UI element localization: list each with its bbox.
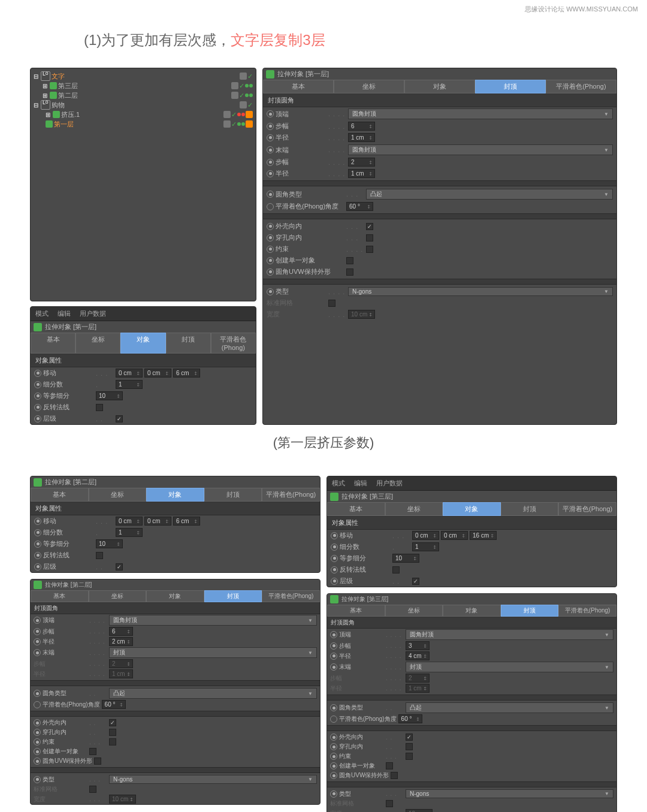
expand-icon[interactable]: ⊟ — [34, 73, 40, 80]
check-icon: ✓ — [239, 82, 244, 90]
flip-checkbox[interactable] — [96, 404, 103, 411]
mode-bar: 模式编辑用户数据 — [31, 307, 256, 321]
radius-end-input[interactable]: 1 cm‡ — [348, 169, 375, 178]
tree-row[interactable]: ⊟ 购物 ✓ — [31, 100, 256, 110]
move-y-input[interactable]: 0 cm‡ — [144, 369, 171, 378]
tab-coord[interactable]: 坐标 — [75, 333, 120, 354]
phong-angle-input[interactable]: 60 °‡ — [346, 202, 373, 211]
attribute-panel-layer2-object: 拉伸对象 [第二层] 基本坐标 对象封顶平滑着色(Phong) 对象属性 移动.… — [30, 476, 321, 573]
phong-tag-icon[interactable] — [246, 111, 253, 118]
hier-checkbox[interactable] — [116, 415, 123, 422]
attribute-panel-layer3-object: 模式编辑用户数据 拉伸对象 [第三层] 基本坐标 对象封顶平滑着色(Phong)… — [326, 476, 617, 587]
top-dropdown[interactable]: 圆角封顶▼ — [348, 108, 613, 119]
attribute-panel-layer3-cap: 拉伸对象 [第三层] 基本坐标 对象封顶平滑着色(Phong) 封顶圆角 顶端.… — [326, 593, 617, 812]
extrude-icon — [50, 82, 57, 89]
tree-row[interactable]: 第一层 ✓ — [31, 119, 256, 129]
tab-phong[interactable]: 平滑着色(Phong) — [211, 333, 256, 354]
end-dropdown[interactable]: 圆角封顶▼ — [348, 144, 613, 155]
object-title: 拉伸对象 [第一层] — [45, 322, 96, 331]
hull-checkbox[interactable] — [366, 223, 373, 230]
attribute-panel-layer1-object: 模式编辑用户数据 拉伸对象 [第一层] 基本 坐标 对象 封顶 平滑着色(Pho… — [30, 306, 256, 425]
iso-input[interactable]: 10‡ — [96, 391, 123, 400]
tree-row[interactable]: ⊞ 挤压.1 ✓ — [31, 110, 256, 119]
move-x-input[interactable]: 0 cm‡ — [116, 369, 143, 378]
render-tag-icon[interactable] — [240, 73, 247, 80]
step-end-input[interactable]: 2‡ — [348, 158, 375, 167]
tutorial-title: (1)为了更加有层次感，文字层复制3层 — [0, 19, 647, 68]
radio-icon[interactable] — [34, 370, 41, 377]
object-manager-panel: ⊟ 文字 ✓ ⊞ 第三层 ✓ ⊞ 第二层 ✓ ⊟ 购物 ✓ — [30, 68, 256, 301]
watermark-header: 思缘设计论坛 WWW.MISSYUAN.COM — [0, 0, 647, 19]
subdiv-input[interactable]: 1‡ — [116, 380, 143, 389]
attribute-panel-layer1-cap: 拉伸对象 [第一层] 基本 坐标 对象 封顶 平滑着色(Phong) 封顶圆角 … — [262, 68, 617, 425]
single-checkbox[interactable] — [346, 257, 353, 264]
section-header: 对象属性 — [31, 354, 256, 367]
uvw-checkbox[interactable] — [346, 268, 353, 276]
tabs: 基本 坐标 对象 封顶 平滑着色(Phong) — [31, 333, 256, 354]
tree-row[interactable]: ⊞ 第三层 ✓ — [31, 81, 256, 90]
null-icon — [41, 71, 50, 81]
extrude-icon — [34, 323, 42, 331]
type-dropdown[interactable]: N-gons▼ — [348, 287, 613, 296]
caption-1: (第一层挤压参数) — [0, 434, 647, 452]
visible-dot[interactable] — [245, 84, 249, 87]
constrain-checkbox[interactable] — [366, 246, 373, 253]
attribute-panel-layer2-cap: 拉伸对象 [第二层] 基本坐标 对象封顶平滑着色(Phong) 封顶圆角 顶端.… — [30, 579, 321, 805]
tab-basic[interactable]: 基本 — [31, 333, 75, 354]
check-icon: ✓ — [247, 73, 253, 80]
radius-top-input[interactable]: 1 cm‡ — [348, 133, 375, 142]
move-z-input[interactable]: 6 cm‡ — [173, 369, 200, 378]
tree-row-root[interactable]: ⊟ 文字 ✓ — [31, 71, 256, 81]
tab-cap[interactable]: 封顶 — [166, 333, 211, 354]
tree-row[interactable]: ⊞ 第二层 ✓ — [31, 90, 256, 100]
tab-object[interactable]: 对象 — [120, 333, 165, 354]
expand-icon[interactable]: ⊞ — [43, 83, 49, 89]
render-tag-icon[interactable] — [231, 82, 238, 89]
step-top-input[interactable]: 6‡ — [348, 122, 375, 131]
fillet-type-dropdown[interactable]: 凸起▼ — [366, 189, 613, 200]
hole-checkbox[interactable] — [366, 234, 373, 242]
